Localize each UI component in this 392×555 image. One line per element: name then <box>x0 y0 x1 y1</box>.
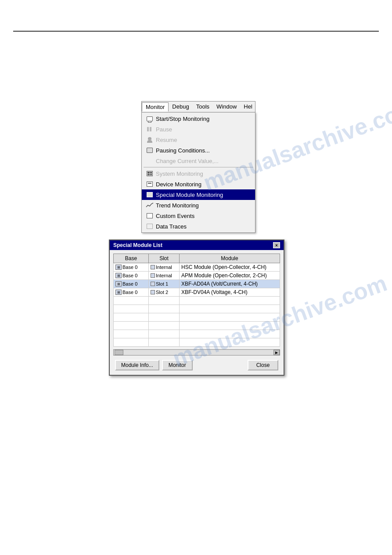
row-base-icon: ⊞ <box>115 281 122 287</box>
pause-icon <box>145 125 154 133</box>
row-slot-icon <box>151 273 155 278</box>
menu-item-pause: Pause <box>142 124 255 134</box>
menubar-item-monitor[interactable]: Monitor <box>142 102 169 112</box>
row-base-icon: ⊞ <box>115 273 122 278</box>
device-monitoring-icon <box>145 180 154 188</box>
cell-slot-1: Internal <box>149 272 180 280</box>
table-row-empty <box>114 297 280 305</box>
close-button[interactable]: Close <box>248 360 278 370</box>
pausing-conditions-icon <box>145 146 154 154</box>
menu-item-custom-events[interactable]: Custom Events <box>142 210 255 221</box>
table-row[interactable]: ⊞ Base 0 Internal APM Module (Open-Colle… <box>114 272 280 280</box>
row-slot-icon <box>151 290 155 294</box>
row-base-icon: ⊞ <box>115 290 122 295</box>
system-monitoring-icon <box>145 170 154 178</box>
table-row-empty <box>114 313 280 322</box>
top-divider <box>13 31 379 32</box>
cell-base-1: ⊞ Base 0 <box>114 272 149 280</box>
custom-events-icon <box>145 212 154 220</box>
cell-slot-2: Slot 1 <box>149 280 180 288</box>
col-header-base: Base <box>114 254 149 263</box>
menu-item-resume: Resume <box>142 134 255 145</box>
cell-base-2: ⊞ Base 0 <box>114 280 149 288</box>
module-info-button[interactable]: Module Info... <box>115 360 159 370</box>
menubar-item-help[interactable]: Hel <box>240 102 256 111</box>
dialog-title-bar: Special Module List × <box>110 240 284 250</box>
horizontal-scrollbar[interactable]: ▶ <box>113 349 280 355</box>
table-row-empty <box>114 305 280 313</box>
cell-base-3: ⊞ Base 0 <box>114 288 149 297</box>
table-row-empty <box>114 322 280 330</box>
menu-separator-1 <box>144 167 253 167</box>
table-row[interactable]: ⊞ Base 0 Slot 2 XBF-DV04A (Voltage, 4-CH… <box>114 288 280 297</box>
menu-item-system-monitoring: System Monitoring <box>142 168 255 179</box>
cell-module-3: XBF-DV04A (Voltage, 4-CH) <box>180 288 280 297</box>
col-header-module: Module <box>180 254 280 263</box>
menu-item-device-monitoring[interactable]: Device Monitoring <box>142 179 255 189</box>
start-stop-icon <box>145 115 154 123</box>
row-slot-icon <box>151 265 155 269</box>
menubar-item-window[interactable]: Window <box>213 102 240 111</box>
scroll-right-arrow[interactable]: ▶ <box>273 350 280 355</box>
menubar-item-debug[interactable]: Debug <box>169 102 192 111</box>
cell-slot-3: Slot 2 <box>149 288 180 297</box>
table-row[interactable]: ⊞ Base 0 Slot 1 XBF-AD04A (Volt/Current,… <box>114 280 280 288</box>
cell-module-0: HSC Module (Open-Collector, 4-CH) <box>180 263 280 272</box>
cell-module-2: XBF-AD04A (Volt/Current, 4-CH) <box>180 280 280 288</box>
cell-module-1: APM Module (Open-Collector, 2-CH) <box>180 272 280 280</box>
menu-item-pausing-conditions[interactable]: Pausing Conditions... <box>142 145 255 156</box>
module-table: Base Slot Module ⊞ Base 0 <box>113 254 280 347</box>
menu-item-change-current-value: Change Current Value,... <box>142 156 255 166</box>
special-module-list-dialog: Special Module List × Base Slot Module <box>109 239 284 376</box>
data-traces-icon <box>145 222 154 230</box>
scroll-thumb[interactable] <box>115 350 123 355</box>
menu-item-trend-monitoring[interactable]: Trend Monitoring <box>142 200 255 210</box>
menu-item-special-module-monitoring[interactable]: Special Module Monitoring <box>142 189 255 200</box>
table-row[interactable]: ⊞ Base 0 Internal HSC Module (Open-Colle… <box>114 263 280 272</box>
monitor-dropdown: Start/Stop Monitoring Pause Resume <box>141 112 255 233</box>
dialog-title: Special Module List <box>113 242 162 248</box>
menu-container: Monitor Debug Tools Window Hel Start/Sto… <box>141 101 255 233</box>
col-header-slot: Slot <box>149 254 180 263</box>
cell-base-0: ⊞ Base 0 <box>114 263 149 272</box>
row-base-icon: ⊞ <box>115 265 122 270</box>
menubar-item-tools[interactable]: Tools <box>193 102 213 111</box>
special-module-icon <box>145 191 154 199</box>
table-row-empty <box>114 338 280 347</box>
dialog-body: Base Slot Module ⊞ Base 0 <box>110 250 284 375</box>
dialog-close-button[interactable]: × <box>273 242 280 248</box>
resume-icon <box>145 136 154 144</box>
table-row-empty <box>114 330 280 338</box>
menu-item-data-traces[interactable]: Data Traces <box>142 221 255 232</box>
monitor-button[interactable]: Monitor <box>162 360 193 370</box>
dialog-button-row: Module Info... Monitor Close <box>113 358 280 371</box>
trend-monitoring-icon <box>145 201 154 209</box>
dialog-window: Special Module List × Base Slot Module <box>109 239 284 376</box>
change-value-icon <box>145 157 154 165</box>
row-slot-icon <box>151 282 155 286</box>
cell-slot-0: Internal <box>149 263 180 272</box>
menu-item-start-stop[interactable]: Start/Stop Monitoring <box>142 113 255 124</box>
menu-bar: Monitor Debug Tools Window Hel <box>141 101 255 112</box>
